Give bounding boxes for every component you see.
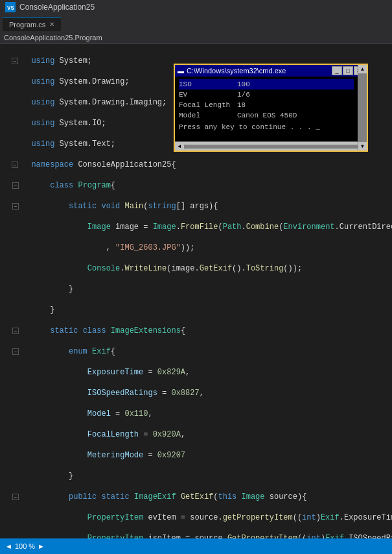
cmd-scroll-track-horizontal [184, 145, 358, 149]
cmd-row-ev: EV 1/6 [179, 90, 354, 100]
zoom-level: 100 % [15, 542, 35, 550]
cmd-scrollbar-vertical[interactable]: ▲ ▼ [358, 65, 367, 151]
cmd-row-iso: ISO 100 [179, 79, 354, 90]
cmd-value-iso: 100 [237, 79, 250, 90]
title-bar-text: ConsoleApplication25 [19, 3, 95, 12]
cmd-title-text: ▬ C:\Windows\system32\cmd.exe [178, 67, 286, 75]
breadcrumb: ConsoleApplication25.Program [0, 31, 392, 44]
cmd-body: ISO 100 EV 1/6 Focal Length 18 Model Can… [175, 77, 367, 141]
editor-area: − using System; using System.Drawing; us… [0, 44, 392, 538]
cmd-label-iso: ISO [179, 79, 237, 90]
app-icon: VS [5, 2, 16, 12]
tab-label: Program.cs [9, 21, 45, 29]
cmd-label-ev: EV [179, 90, 237, 100]
cmd-label-focallength: Focal Length [179, 100, 237, 110]
title-bar: VS ConsoleApplication25 [0, 0, 392, 14]
cmd-minimize-button[interactable]: _ [332, 66, 342, 75]
cmd-title-bar: ▬ C:\Windows\system32\cmd.exe _ □ ✕ [175, 65, 367, 77]
cmd-scroll-down-button[interactable]: ▼ [358, 141, 367, 151]
cmd-scroll-up-button[interactable]: ▲ [358, 65, 367, 74]
tab-bar: Program.cs ✕ [0, 14, 392, 31]
tab-program-cs[interactable]: Program.cs ✕ [3, 17, 61, 31]
cmd-scroll-left-button[interactable]: ◄ [175, 142, 184, 151]
cmd-window[interactable]: ▬ C:\Windows\system32\cmd.exe _ □ ✕ ISO … [174, 64, 368, 152]
status-zoom: ◄ 100 % ► [5, 542, 45, 550]
cmd-row-focallength: Focal Length 18 [179, 100, 354, 110]
breadcrumb-text: ConsoleApplication25.Program [4, 34, 102, 42]
cmd-row-model: Model Canon EOS 450D [179, 110, 354, 121]
cmd-value-focallength: 18 [237, 100, 246, 110]
cmd-press-line: Press any key to continue . . . _ [179, 123, 354, 131]
cmd-maximize-button[interactable]: □ [343, 66, 353, 75]
zoom-scroll-right[interactable]: ► [38, 542, 45, 550]
cmd-value-ev: 1/6 [237, 90, 250, 100]
svg-text:VS: VS [7, 5, 14, 12]
cmd-scrollbar-horizontal[interactable]: ◄ ► [175, 141, 367, 151]
tab-close-button[interactable]: ✕ [49, 21, 54, 28]
cmd-label-model: Model [179, 110, 237, 121]
zoom-scroll-left[interactable]: ◄ [5, 542, 12, 550]
cmd-value-model: Canon EOS 450D [237, 110, 297, 121]
cmd-icon: ▬ [178, 67, 184, 75]
cmd-scroll-track-vertical [358, 74, 367, 141]
status-bar: ◄ 100 % ► [0, 538, 392, 554]
cmd-title-label: C:\Windows\system32\cmd.exe [187, 67, 286, 75]
